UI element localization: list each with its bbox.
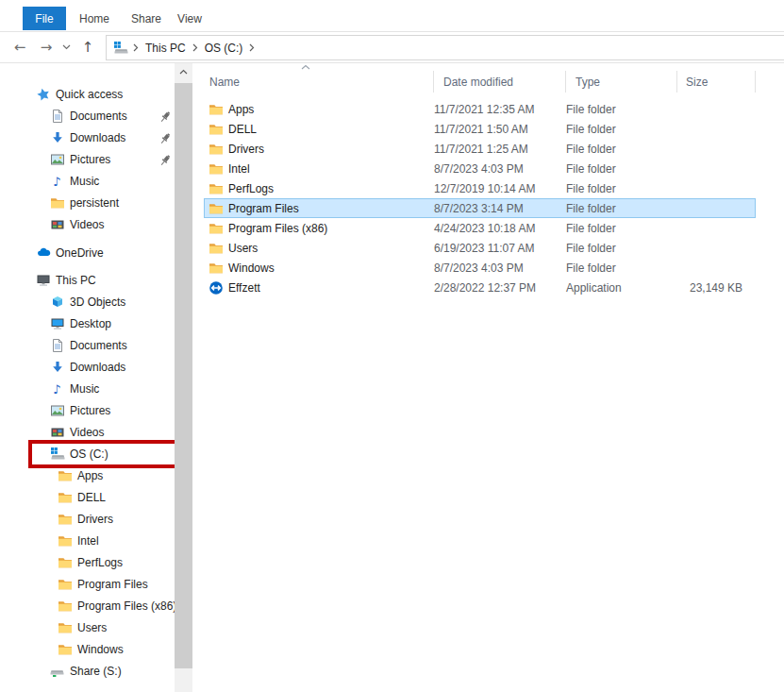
arrow-right-icon: → xyxy=(41,39,53,56)
sidebar-item-3d-objects[interactable]: 3D Objects xyxy=(0,291,175,312)
tab-share[interactable]: Share xyxy=(125,7,167,30)
file-row-effzett[interactable]: Effzett2/28/2022 12:37 PMApplication23,1… xyxy=(204,278,756,297)
navigation-bar: ← → ↑ This PC OS (C:) xyxy=(0,32,784,63)
file-date-modified: 12/7/2019 10:14 AM xyxy=(434,182,566,195)
folder-icon xyxy=(58,512,73,527)
sidebar-item-label: Windows xyxy=(77,643,124,656)
folder-icon xyxy=(58,620,73,635)
column-header-type[interactable]: Type xyxy=(566,71,677,93)
column-header-date-modified[interactable]: Date modified xyxy=(434,71,566,93)
sidebar-item-label: Users xyxy=(77,621,107,634)
file-row-dell[interactable]: DELL11/7/2021 1:50 AMFile folder xyxy=(204,119,756,139)
folder-icon xyxy=(58,533,73,549)
sidebar-item-videos[interactable]: Videos xyxy=(0,421,175,443)
sidebar-item-label: DELL xyxy=(77,491,106,504)
music-icon: ♪ xyxy=(50,381,65,397)
file-date-modified: 11/7/2021 1:25 AM xyxy=(434,143,566,156)
sidebar-item-share-s[interactable]: Share (S:) xyxy=(0,660,175,682)
sidebar-item-persistent[interactable]: persistent xyxy=(0,192,175,213)
file-date-modified: 8/7/2023 3:14 PM xyxy=(434,202,566,215)
sidebar-item-desktop[interactable]: Desktop xyxy=(0,312,175,334)
forward-button[interactable]: → xyxy=(34,32,58,62)
video-icon xyxy=(50,217,65,232)
column-header-name[interactable]: Name xyxy=(204,71,434,93)
scrollbar-thumb[interactable] xyxy=(175,83,192,668)
sidebar-item-apps[interactable]: Apps xyxy=(0,464,175,486)
sidebar-item-downloads[interactable]: Downloads xyxy=(0,356,175,378)
pin-icon xyxy=(158,110,169,121)
sidebar-item-os-c[interactable]: OS (C:) xyxy=(0,443,175,464)
sidebar-item-label: persistent xyxy=(70,196,119,210)
sidebar-item-label: 3D Objects xyxy=(70,295,125,309)
sidebar-item-program-files-x86[interactable]: Program Files (x86) xyxy=(0,595,175,616)
folder-icon xyxy=(50,195,65,211)
up-button[interactable]: ↑ xyxy=(75,32,100,62)
file-type: Application xyxy=(566,281,677,295)
sidebar-item-label: Drivers xyxy=(77,513,113,526)
folder-icon xyxy=(209,142,224,157)
chevron-right-icon xyxy=(133,43,139,52)
file-row-apps[interactable]: Apps11/7/2021 12:35 AMFile folder xyxy=(204,99,756,119)
sidebar-item-dell[interactable]: DELL xyxy=(0,486,175,508)
sidebar-item-music[interactable]: ♪Music xyxy=(0,170,175,192)
sidebar-item-quick-access[interactable]: Quick access xyxy=(0,83,175,105)
sidebar-item-pictures[interactable]: Pictures xyxy=(0,399,175,421)
computer-icon xyxy=(36,273,51,288)
sidebar-item-label: Documents xyxy=(70,339,127,352)
music-icon: ♪ xyxy=(50,174,65,189)
file-name: Program Files (x86) xyxy=(228,222,434,235)
sidebar-item-drivers[interactable]: Drivers xyxy=(0,508,175,530)
file-row-program-files-x86[interactable]: Program Files (x86)4/24/2023 10:18 AMFil… xyxy=(204,218,756,238)
breadcrumb-os-c[interactable]: OS (C:) xyxy=(199,36,249,59)
file-row-windows[interactable]: Windows8/7/2023 4:03 PMFile folder xyxy=(204,258,756,278)
sidebar-item-intel[interactable]: Intel xyxy=(0,530,175,551)
scrollbar-up-button[interactable] xyxy=(175,63,192,79)
sidebar-item-label: Intel xyxy=(77,534,99,548)
sidebar-item-music[interactable]: ♪Music xyxy=(0,378,175,399)
sidebar-item-label: OS (C:) xyxy=(70,447,108,461)
chevron-right-icon xyxy=(192,43,198,52)
sidebar-item-downloads[interactable]: Downloads xyxy=(0,127,175,148)
breadcrumb-this-pc[interactable]: This PC xyxy=(140,36,192,59)
folder-icon xyxy=(209,201,224,216)
folder-icon xyxy=(209,241,224,256)
tab-home[interactable]: Home xyxy=(75,7,113,30)
file-row-perflogs[interactable]: PerfLogs12/7/2019 10:14 AMFile folder xyxy=(204,178,756,198)
file-type: File folder xyxy=(566,202,677,215)
svg-text:♪: ♪ xyxy=(53,382,60,397)
sidebar-item-users[interactable]: Users xyxy=(0,616,175,638)
file-row-users[interactable]: Users6/19/2023 11:07 AMFile folder xyxy=(204,238,756,258)
sidebar-item-label: Apps xyxy=(77,469,103,482)
file-row-program-files[interactable]: Program Files8/7/2023 3:14 PMFile folder xyxy=(204,198,756,218)
back-button[interactable]: ← xyxy=(8,32,32,62)
tab-file[interactable]: File xyxy=(23,7,66,30)
file-row-intel[interactable]: Intel8/7/2023 4:03 PMFile folder xyxy=(204,159,756,178)
sidebar-item-videos[interactable]: Videos xyxy=(0,213,175,235)
sidebar-item-onedrive[interactable]: OneDrive xyxy=(0,242,175,263)
column-headers: Name Date modified Type Size xyxy=(204,71,756,93)
sidebar-item-label: OneDrive xyxy=(56,246,104,260)
column-header-size[interactable]: Size xyxy=(677,71,756,93)
file-name: Drivers xyxy=(228,143,434,156)
sort-ascending-icon[interactable] xyxy=(301,64,310,70)
file-name: Effzett xyxy=(228,281,434,295)
sidebar-item-pictures[interactable]: Pictures xyxy=(0,148,175,170)
file-type: File folder xyxy=(566,242,677,255)
sidebar-item-documents[interactable]: Documents xyxy=(0,334,175,356)
sidebar-scrollbar[interactable] xyxy=(175,63,192,692)
sidebar-item-documents[interactable]: Documents xyxy=(0,105,175,127)
sidebar-item-label: Program Files (x86) xyxy=(77,599,175,613)
file-date-modified: 4/24/2023 10:18 AM xyxy=(434,222,566,235)
sidebar-item-perflogs[interactable]: PerfLogs xyxy=(0,551,175,573)
file-row-drivers[interactable]: Drivers11/7/2021 1:25 AMFile folder xyxy=(204,139,756,159)
folder-icon xyxy=(58,577,73,592)
sidebar-item-this-pc[interactable]: This PC xyxy=(0,269,175,291)
folder-icon xyxy=(58,555,73,570)
document-icon xyxy=(50,109,65,124)
recent-locations-dropdown[interactable] xyxy=(58,32,74,62)
star-icon xyxy=(36,87,51,102)
tab-view[interactable]: View xyxy=(173,7,207,30)
address-bar[interactable]: This PC OS (C:) xyxy=(106,35,784,60)
sidebar-item-windows[interactable]: Windows xyxy=(0,638,175,660)
sidebar-item-program-files[interactable]: Program Files xyxy=(0,573,175,595)
